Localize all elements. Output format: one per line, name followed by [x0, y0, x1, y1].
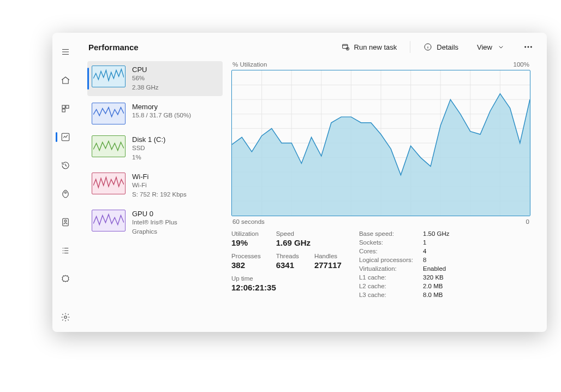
chart-ylabel: % Utilization [232, 61, 267, 68]
wifi-spark-icon [92, 173, 126, 194]
ellipsis-icon [524, 46, 533, 48]
disk-spark-icon [92, 135, 126, 157]
svg-rect-0 [62, 105, 65, 108]
stat-label: Cores: [359, 248, 413, 254]
svg-point-4 [65, 192, 67, 193]
sidebar-item-label: Wi-Fi [132, 173, 187, 181]
sidebar-item-label: Memory [132, 103, 191, 111]
sidebar-item-label: Disk 1 (C:) [132, 135, 165, 144]
nav-rail [52, 33, 79, 332]
stat-label: Logical processors: [359, 257, 413, 263]
svg-point-6 [64, 220, 67, 222]
chart-xlabel-right: 0 [526, 218, 529, 225]
hamburger-icon[interactable] [55, 43, 76, 61]
sidebar-item-cpu[interactable]: CPU 56% 2.38 GHz [87, 61, 223, 96]
users-icon[interactable] [55, 213, 76, 231]
page-title: Performance [88, 43, 139, 52]
stat-label: Sockets: [359, 239, 413, 246]
svg-point-11 [525, 46, 526, 47]
gpu-spark-icon [92, 210, 126, 231]
run-task-icon [341, 43, 350, 51]
stat-uptime: Up time 12:06:21:35 [231, 275, 342, 292]
sidebar-item-label: CPU [132, 66, 159, 74]
stat-handles: Handles 277117 [314, 253, 342, 270]
memory-spark-icon [92, 103, 126, 124]
header: Performance Run new task Details View [79, 33, 547, 61]
performance-icon[interactable] [55, 128, 76, 146]
history-icon[interactable] [55, 156, 76, 175]
home-icon[interactable] [55, 71, 76, 90]
stats-right: Base speed:1.50 GHzSockets:1Cores:4Logic… [359, 230, 450, 298]
details-button[interactable]: Details [418, 39, 464, 55]
svg-point-12 [528, 46, 529, 47]
chevron-down-icon [497, 43, 505, 51]
chart-xlabel-left: 60 seconds [232, 218, 265, 225]
view-dropdown[interactable]: View [472, 39, 511, 55]
stat-label: Base speed: [359, 230, 413, 237]
stat-value: 2.0 MB [423, 283, 450, 289]
run-new-task-button[interactable]: Run new task [336, 39, 403, 55]
svg-point-7 [64, 316, 67, 319]
stats-left: Utilization 19% Speed 1.69 GHz Processes… [231, 230, 342, 298]
task-manager-window: Performance Run new task Details View [52, 33, 547, 332]
svg-rect-2 [62, 109, 65, 112]
stat-threads: Threads 6341 [276, 253, 299, 270]
sidebar-item-gpu[interactable]: GPU 0 Intel® Iris® Plus Graphics [87, 205, 223, 240]
info-icon [423, 43, 432, 51]
svg-point-13 [530, 46, 532, 47]
stat-utilization: Utilization 19% [231, 230, 261, 247]
sidebar-item-wifi[interactable]: Wi-Fi Wi-Fi S: 752 R: 192 Kbps [87, 168, 223, 203]
stat-label: L2 cache: [359, 283, 413, 289]
main-pane: % Utilization 100% 60 seconds 0 [228, 61, 547, 332]
stat-label: Virtualization: [359, 265, 413, 272]
stat-value: 1.50 GHz [423, 230, 450, 237]
services-icon[interactable] [55, 270, 76, 288]
sidebar-item-memory[interactable]: Memory 15.8 / 31.7 GB (50%) [87, 98, 223, 129]
resource-list: CPU 56% 2.38 GHz Memory 15.8 / 31.7 GB (… [81, 61, 228, 332]
svg-rect-1 [66, 105, 69, 108]
sidebar-item-disk[interactable]: Disk 1 (C:) SSD 1% [87, 131, 223, 166]
stat-value: 1 [423, 239, 450, 246]
cpu-spark-icon [92, 66, 126, 87]
stat-value: Enabled [423, 265, 450, 272]
stat-value: 8.0 MB [423, 292, 450, 298]
settings-icon[interactable] [55, 308, 76, 326]
chart-ymax: 100% [514, 61, 529, 68]
processes-icon[interactable] [55, 99, 76, 118]
sidebar-item-label: GPU 0 [132, 210, 177, 218]
stat-value: 4 [423, 248, 450, 254]
stat-label: L3 cache: [359, 292, 413, 298]
cpu-utilization-chart [231, 70, 530, 216]
stat-speed: Speed 1.69 GHz [276, 230, 342, 247]
details-icon[interactable] [55, 241, 76, 260]
stat-label: L1 cache: [359, 274, 413, 281]
content: Performance Run new task Details View [79, 33, 547, 332]
stat-processes: Processes 382 [231, 253, 261, 270]
stat-value: 8 [423, 257, 450, 263]
startup-icon[interactable] [55, 185, 76, 203]
stat-value: 320 KB [423, 274, 450, 281]
more-button[interactable] [518, 43, 538, 51]
